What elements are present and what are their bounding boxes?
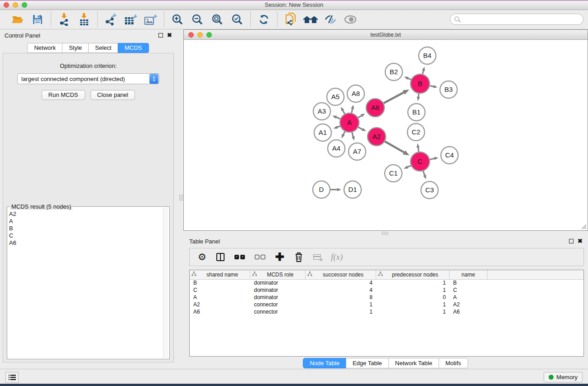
table-cell[interactable]: A — [190, 294, 250, 301]
edge-C-C2[interactable] — [418, 148, 419, 152]
edge-C-C1[interactable] — [407, 166, 411, 167]
table-cell[interactable]: A2 — [190, 301, 250, 309]
edge-B-B2[interactable] — [408, 78, 411, 80]
mcds-result-item[interactable]: A6 — [9, 239, 162, 247]
table-cell[interactable]: connector — [250, 309, 306, 316]
tab-style[interactable]: Style — [62, 43, 89, 53]
table-cell[interactable]: 1 — [376, 280, 449, 287]
home-layout-button[interactable] — [302, 12, 319, 27]
close-table-panel-icon[interactable]: ✖ — [578, 239, 583, 243]
table-cell[interactable]: 0 — [376, 294, 449, 301]
edge-A-A8[interactable] — [352, 109, 353, 113]
tab-node-table[interactable]: Node Table — [303, 358, 346, 368]
table-cell[interactable]: dominator — [250, 287, 306, 294]
table-row[interactable]: A6connector11A6 — [190, 309, 583, 316]
criterion-select[interactable]: largest connected component (directed) ▲… — [17, 73, 159, 84]
minimize-network-button[interactable] — [197, 32, 203, 38]
table-row[interactable]: Adominator80A — [190, 294, 583, 301]
table-cell[interactable]: A6 — [449, 309, 488, 316]
deselect-all-rows-button[interactable] — [255, 255, 265, 259]
table-cell[interactable]: dominator — [250, 294, 306, 301]
add-column-button[interactable]: ✚ — [275, 253, 284, 262]
table-cell[interactable]: 1 — [376, 301, 449, 309]
table-row[interactable]: Cdominator41C — [190, 287, 583, 294]
import-network-button[interactable] — [56, 12, 73, 27]
horizontal-splitter-handle[interactable] — [382, 232, 388, 235]
edge-A-A7[interactable] — [352, 132, 354, 137]
float-table-panel-icon[interactable] — [569, 239, 574, 243]
open-file-button[interactable] — [9, 12, 26, 27]
zoom-fit-button[interactable] — [209, 12, 226, 27]
table-cell[interactable]: 1 — [306, 309, 376, 316]
table-cell[interactable]: 1 — [376, 309, 449, 316]
table-cell[interactable]: A — [449, 294, 488, 301]
edge-A-A5[interactable] — [343, 110, 344, 114]
function-builder-button[interactable]: f(x) — [331, 252, 343, 262]
export-table-button[interactable] — [122, 12, 139, 27]
export-network-button[interactable] — [102, 12, 120, 27]
table-row[interactable]: A2connector11A2 — [190, 301, 583, 309]
close-panel-button[interactable]: Close panel — [91, 90, 135, 100]
mcds-result-item[interactable]: C — [9, 232, 162, 239]
edge-A-A4[interactable] — [344, 132, 345, 135]
edge-A6-B[interactable] — [384, 92, 404, 103]
column-header-shared-name[interactable]: shared name — [190, 270, 250, 279]
edge-B-B1[interactable] — [418, 94, 419, 97]
table-cell[interactable]: A2 — [449, 301, 488, 309]
table-cell[interactable]: 4 — [306, 287, 376, 294]
table-cell[interactable]: A6 — [190, 309, 250, 316]
show-all-button[interactable] — [342, 12, 359, 27]
clone-network-button[interactable] — [282, 12, 299, 27]
table-cell[interactable]: 8 — [306, 294, 376, 301]
edge-A-A2[interactable] — [359, 127, 363, 129]
run-mcds-button[interactable]: Run MCDS — [42, 90, 85, 100]
export-image-button[interactable] — [142, 12, 159, 27]
table-cell[interactable]: 4 — [306, 280, 376, 287]
edge-C-C4[interactable] — [430, 158, 435, 159]
delete-table-button[interactable] — [313, 254, 321, 260]
tab-motifs[interactable]: Motifs — [439, 358, 468, 368]
column-header-name[interactable]: name — [449, 270, 488, 279]
table-cell[interactable]: C — [449, 287, 488, 294]
task-history-button[interactable] — [5, 372, 19, 383]
table-cell[interactable]: C — [190, 287, 250, 294]
result-scrollbar[interactable] — [163, 208, 168, 358]
network-graph[interactable]: B4B2BB3A5A8A6A3AB1A1A2C2A4A7C4CC1C3DD1 — [184, 40, 588, 230]
tab-mcds[interactable]: MCDS — [118, 43, 148, 53]
zoom-in-button[interactable] — [169, 12, 186, 27]
vertical-splitter-handle[interactable] — [179, 195, 183, 200]
resize-grip-icon[interactable] — [581, 224, 587, 229]
table-cell[interactable]: B — [449, 280, 488, 287]
save-session-button[interactable] — [29, 12, 46, 27]
edge-C-C3[interactable] — [423, 171, 425, 176]
zoom-out-button[interactable] — [189, 12, 206, 27]
network-window-titlebar[interactable]: testGlobe.txt — [184, 30, 588, 40]
mcds-result-item[interactable]: A — [9, 218, 162, 225]
zoom-network-button[interactable] — [206, 32, 212, 38]
memory-button[interactable]: Memory — [544, 372, 583, 382]
column-header-predecessor-nodes[interactable]: predecessor nodes — [376, 270, 449, 279]
network-canvas[interactable]: B4B2BB3A5A8A6A3AB1A1A2C2A4A7C4CC1C3DD1 — [184, 40, 588, 230]
delete-column-button[interactable] — [294, 252, 303, 262]
minimize-window-button[interactable] — [13, 2, 18, 8]
tab-network-table[interactable]: Network Table — [388, 358, 439, 368]
refresh-button[interactable] — [255, 12, 272, 27]
select-all-rows-button[interactable] — [234, 255, 245, 259]
mcds-result-item[interactable]: A2 — [9, 210, 162, 218]
close-panel-icon[interactable]: ✖ — [167, 33, 172, 38]
table-cell[interactable]: 1 — [306, 301, 376, 309]
close-network-button[interactable] — [188, 32, 194, 38]
mcds-result-item[interactable]: B — [9, 225, 162, 232]
tab-network[interactable]: Network — [27, 43, 62, 53]
table-settings-button[interactable]: ⚙ — [198, 253, 206, 262]
zoom-window-button[interactable] — [22, 2, 27, 8]
tab-edge-table[interactable]: Edge Table — [346, 358, 389, 368]
table-cell[interactable]: connector — [250, 301, 306, 309]
edge-A-A1[interactable] — [337, 126, 340, 127]
zoom-selected-button[interactable] — [229, 12, 246, 27]
edge-B-B4[interactable] — [422, 71, 423, 74]
edge-A-A6[interactable] — [358, 116, 361, 118]
table-cell[interactable]: B — [190, 280, 250, 287]
column-header-MCDS-role[interactable]: MCDS role — [250, 270, 306, 279]
table-row[interactable]: Bdominator41B — [190, 280, 583, 287]
